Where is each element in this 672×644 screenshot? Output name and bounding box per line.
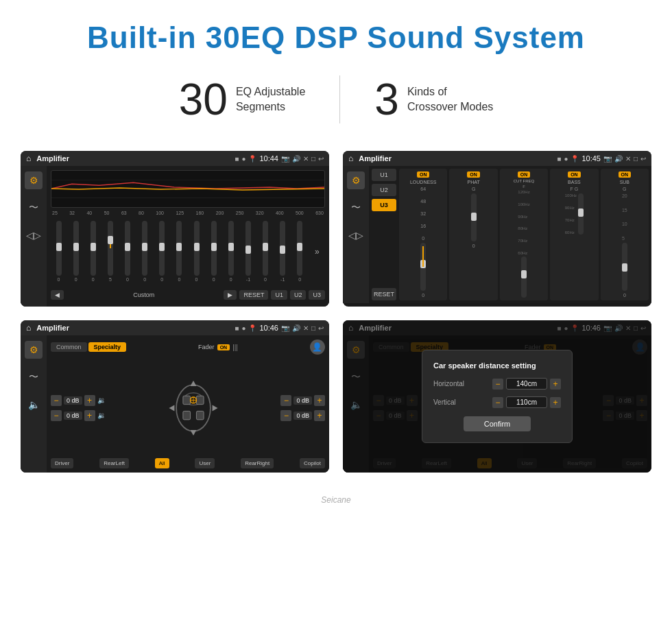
svg-marker-15 bbox=[212, 405, 217, 411]
eq-slider-13[interactable]: -1 bbox=[275, 221, 291, 282]
sub-label: SUB bbox=[620, 180, 629, 184]
eq-slider-6[interactable]: 0 bbox=[154, 221, 170, 282]
svg-marker-14 bbox=[169, 405, 174, 411]
rr-minus-btn[interactable]: − bbox=[280, 410, 291, 421]
vertical-minus-btn[interactable]: − bbox=[492, 397, 503, 408]
location-icon-1: 📍 bbox=[248, 155, 256, 163]
stat-crossover: 3 Kinds of Crossover Modes bbox=[340, 77, 527, 121]
stats-row: 30 EQ Adjustable Segments 3 Kinds of Cro… bbox=[0, 62, 672, 144]
channel-u2-btn[interactable]: U2 bbox=[372, 184, 396, 196]
horizontal-label: Horizontal bbox=[433, 380, 464, 387]
screens-grid: ⌂ Amplifier ■ ● 📍 10:44 📷 🔊 ✕ □ ↩ ⚙ 〜 ◁▷ bbox=[0, 144, 672, 493]
fr-plus-btn[interactable]: + bbox=[314, 395, 325, 406]
rl-db-control: − 0 dB + 🔉 bbox=[51, 410, 106, 421]
rr-plus-btn[interactable]: + bbox=[314, 410, 325, 421]
screen3-back: ↩ bbox=[318, 324, 324, 332]
speaker-distance-dialog-overlay: Car speaker distance setting Horizontal … bbox=[343, 320, 651, 473]
screen1-time: 10:44 bbox=[259, 154, 278, 163]
rear-left-btn[interactable]: RearLeft bbox=[99, 458, 129, 468]
fl-minus-btn[interactable]: − bbox=[51, 395, 62, 406]
screen1-vol: 🔊 bbox=[292, 155, 300, 163]
eq-slider-7[interactable]: 0 bbox=[171, 221, 187, 282]
horizontal-minus-btn[interactable]: − bbox=[492, 379, 503, 390]
fader-main: Common Specialty Fader ON ||| 👤 bbox=[47, 335, 329, 473]
fl-db-value: 0 dB bbox=[64, 396, 82, 405]
user-btn[interactable]: User bbox=[195, 458, 215, 468]
sub-on-badge: ON bbox=[619, 171, 632, 178]
eq-prev-btn[interactable]: ◀ bbox=[51, 290, 64, 300]
all-btn[interactable]: All bbox=[155, 458, 169, 468]
sidebar-vol-icon-2[interactable]: ◁▷ bbox=[347, 226, 365, 244]
eq-slider-14[interactable]: 0 bbox=[292, 221, 308, 282]
screen3-content: ⚙ 〜 🔈 Common Specialty Fader ON ||| � bbox=[21, 335, 329, 473]
fr-db-control: − 0 dB + bbox=[280, 395, 325, 406]
fl-spk-icon: 🔉 bbox=[97, 396, 106, 404]
eq-slider-5[interactable]: 0 bbox=[137, 221, 153, 282]
screen1-icon1: ■ bbox=[235, 155, 239, 163]
location-icon-3: 📍 bbox=[248, 324, 256, 332]
tab-specialty-btn[interactable]: Specialty bbox=[88, 342, 127, 352]
fl-plus-btn[interactable]: + bbox=[84, 395, 95, 406]
horizontal-plus-btn[interactable]: + bbox=[550, 379, 561, 390]
confirm-button[interactable]: Confirm bbox=[464, 416, 531, 431]
eq-expand[interactable]: » bbox=[309, 247, 325, 257]
sidebar-spk-icon-3[interactable]: 🔈 bbox=[25, 396, 43, 414]
copilot-btn[interactable]: Copilot bbox=[300, 458, 325, 468]
vertical-label: Vertical bbox=[433, 398, 456, 406]
channel-u1-btn[interactable]: U1 bbox=[372, 169, 396, 181]
fr-minus-btn[interactable]: − bbox=[280, 395, 291, 406]
tab-common-btn[interactable]: Common bbox=[51, 342, 87, 352]
channel-u3-btn[interactable]: U3 bbox=[372, 199, 396, 211]
sidebar-wave-icon-3[interactable]: 〜 bbox=[25, 368, 43, 386]
svg-rect-8 bbox=[196, 411, 204, 419]
rl-spk-icon: 🔉 bbox=[97, 412, 106, 419]
vertical-plus-btn[interactable]: + bbox=[550, 397, 561, 408]
eq-slider-12[interactable]: 0 bbox=[258, 221, 274, 282]
eq-slider-11[interactable]: -1 bbox=[240, 221, 256, 282]
sidebar-eq-icon-2[interactable]: ⚙ bbox=[347, 171, 365, 189]
eq-slider-4[interactable]: 0 bbox=[120, 221, 136, 282]
sidebar-wave-icon[interactable]: 〜 bbox=[25, 199, 43, 217]
rl-minus-btn[interactable]: − bbox=[51, 410, 62, 421]
sidebar-vol-icon[interactable]: ◁▷ bbox=[25, 226, 43, 244]
svg-marker-12 bbox=[190, 381, 196, 386]
eq-u1-btn[interactable]: U1 bbox=[271, 290, 287, 300]
sidebar-wave-icon-2[interactable]: 〜 bbox=[347, 199, 365, 217]
eq-next-btn[interactable]: ▶ bbox=[224, 290, 237, 300]
stat-crossover-desc2: Crossover Modes bbox=[407, 99, 493, 115]
eq-u2-btn[interactable]: U2 bbox=[290, 290, 307, 300]
bass-label: BASS bbox=[568, 180, 581, 184]
screen1-content: ⚙ 〜 ◁▷ bbox=[21, 166, 329, 307]
svg-marker-13 bbox=[190, 430, 196, 436]
eq-graph bbox=[51, 170, 325, 208]
screen3-sq: □ bbox=[311, 324, 315, 332]
vertical-row: Vertical − 110cm + bbox=[433, 396, 561, 408]
page-title: Built-in 30EQ DSP Sound System bbox=[14, 21, 658, 55]
eq-sliders: 0 0 0 bbox=[51, 218, 325, 285]
screen2-cam: 📷 bbox=[603, 155, 612, 163]
sidebar-eq-icon[interactable]: ⚙ bbox=[25, 171, 43, 189]
phat-label: PHAT bbox=[468, 180, 480, 184]
sidebar-eq-icon-3[interactable]: ⚙ bbox=[25, 341, 43, 359]
crossover-reset-btn[interactable]: RESET bbox=[372, 288, 396, 300]
rl-plus-btn[interactable]: + bbox=[84, 410, 95, 421]
horizontal-value-box: − 140cm + bbox=[492, 378, 561, 390]
screen2-time: 10:45 bbox=[581, 154, 601, 163]
eq-slider-1[interactable]: 0 bbox=[68, 221, 84, 282]
eq-slider-9[interactable]: 0 bbox=[206, 221, 221, 282]
home-icon-2: ⌂ bbox=[348, 154, 353, 163]
eq-slider-8[interactable]: 0 bbox=[189, 221, 204, 282]
screen3-title: Amplifier bbox=[36, 324, 232, 332]
screen3-sidebar: ⚙ 〜 🔈 bbox=[21, 335, 47, 473]
eq-slider-10[interactable]: 0 bbox=[223, 221, 239, 282]
driver-btn[interactable]: Driver bbox=[51, 458, 73, 468]
eq-slider-2[interactable]: 0 bbox=[85, 221, 101, 282]
eq-slider-0[interactable]: 0 bbox=[51, 221, 67, 282]
screen2-icon2: ● bbox=[564, 155, 568, 163]
eq-reset-btn[interactable]: RESET bbox=[239, 290, 268, 300]
svg-rect-5 bbox=[182, 396, 190, 404]
rear-right-btn[interactable]: RearRight bbox=[241, 458, 274, 468]
eq-u3-btn[interactable]: U3 bbox=[309, 290, 325, 300]
eq-slider-3[interactable]: 5 bbox=[102, 221, 118, 282]
screen1-sq: □ bbox=[311, 155, 315, 163]
